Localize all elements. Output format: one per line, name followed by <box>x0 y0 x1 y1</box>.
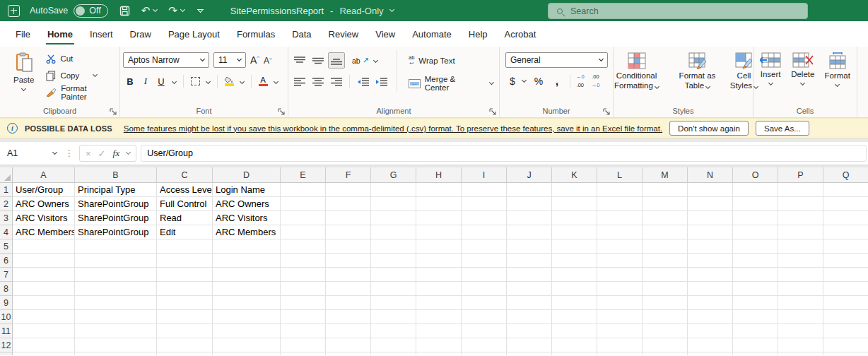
cell-E7[interactable] <box>281 268 326 282</box>
center-button[interactable] <box>310 73 327 90</box>
column-header-K[interactable]: K <box>552 167 597 183</box>
cell-K2[interactable] <box>552 197 597 211</box>
cell-A1[interactable]: User/Group <box>13 183 75 197</box>
cell-Q5[interactable] <box>823 239 868 254</box>
cell-D10[interactable] <box>213 310 281 324</box>
cell-N1[interactable] <box>688 183 733 197</box>
cell-H7[interactable] <box>416 268 462 282</box>
cell-D4[interactable]: ARC Members <box>213 225 281 239</box>
increase-font-size-button[interactable]: A^ <box>250 54 259 66</box>
cell-G11[interactable] <box>371 324 416 338</box>
cell-M9[interactable] <box>643 296 688 310</box>
cell-P12[interactable] <box>778 338 823 352</box>
cell-G4[interactable] <box>371 225 416 239</box>
cell-J13[interactable] <box>507 352 552 355</box>
cell-P10[interactable] <box>778 310 823 324</box>
cell-N7[interactable] <box>688 268 733 282</box>
format-dropdown-icon[interactable] <box>835 82 840 87</box>
cell-M11[interactable] <box>643 324 688 338</box>
cell-K12[interactable] <box>552 338 597 352</box>
cell-N3[interactable] <box>688 211 733 225</box>
row-header-13[interactable]: 13 <box>0 352 13 355</box>
cell-K11[interactable] <box>552 324 597 338</box>
format-painter-button[interactable]: Format Painter <box>43 84 117 101</box>
cell-H4[interactable] <box>416 225 462 239</box>
cell-E12[interactable] <box>281 338 326 352</box>
cell-J4[interactable] <box>507 225 552 239</box>
cell-C12[interactable] <box>157 338 213 352</box>
cell-D7[interactable] <box>213 268 281 282</box>
cell-C2[interactable]: Full Control <box>157 197 213 211</box>
bottom-align-button[interactable] <box>328 52 345 69</box>
cell-I10[interactable] <box>462 310 507 324</box>
cell-Q1[interactable] <box>823 183 868 197</box>
cell-F12[interactable] <box>326 338 371 352</box>
fill-color-button[interactable] <box>222 73 236 89</box>
column-header-N[interactable]: N <box>688 167 733 183</box>
cell-L6[interactable] <box>597 254 643 268</box>
tab-acrobat[interactable]: Acrobat <box>496 21 545 47</box>
cell-N10[interactable] <box>688 310 733 324</box>
cell-F4[interactable] <box>326 225 371 239</box>
cell-F10[interactable] <box>326 310 371 324</box>
format-as-table-button[interactable]: Format as Table <box>672 50 723 93</box>
cell-E8[interactable] <box>281 282 326 296</box>
cell-D5[interactable] <box>213 239 281 254</box>
name-box-dropdown-icon[interactable] <box>52 150 57 155</box>
cell-Q11[interactable] <box>823 324 868 338</box>
cell-Q10[interactable] <box>823 310 868 324</box>
cell-L7[interactable] <box>597 268 643 282</box>
redo-dropdown-icon[interactable] <box>180 7 185 12</box>
bold-button[interactable]: B <box>123 73 137 89</box>
cell-B5[interactable] <box>75 239 157 254</box>
cell-J9[interactable] <box>507 296 552 310</box>
cell-I5[interactable] <box>462 239 507 254</box>
cell-Q6[interactable] <box>823 254 868 268</box>
cell-E5[interactable] <box>281 239 326 254</box>
name-box[interactable]: A1 <box>1 145 62 162</box>
column-header-B[interactable]: B <box>75 167 157 183</box>
cell-F1[interactable] <box>326 183 371 197</box>
conditional-formatting-button[interactable]: Conditional Formatting <box>603 50 671 93</box>
cell-N8[interactable] <box>688 282 733 296</box>
cell-H1[interactable] <box>416 183 462 197</box>
cell-H10[interactable] <box>416 310 462 324</box>
cell-K5[interactable] <box>552 239 597 254</box>
top-align-button[interactable] <box>291 52 308 69</box>
delete-dropdown-icon[interactable] <box>800 81 805 85</box>
undo-dropdown-icon[interactable] <box>153 7 158 12</box>
cell-N12[interactable] <box>688 338 733 352</box>
cell-A4[interactable]: ARC Members <box>13 225 75 239</box>
cell-D9[interactable] <box>213 296 281 310</box>
row-header-2[interactable]: 2 <box>0 197 13 211</box>
cell-A8[interactable] <box>13 282 75 296</box>
cell-I7[interactable] <box>462 268 507 282</box>
cell-B6[interactable] <box>75 254 157 268</box>
column-header-O[interactable]: O <box>733 167 778 183</box>
column-header-J[interactable]: J <box>507 167 552 183</box>
cell-A3[interactable]: ARC Visitors <box>13 211 75 225</box>
copy-button[interactable]: Copy <box>43 67 117 84</box>
cell-O1[interactable] <box>733 183 778 197</box>
tab-view[interactable]: View <box>367 21 404 47</box>
cell-G7[interactable] <box>371 268 416 282</box>
column-header-Q[interactable]: Q <box>823 167 868 183</box>
borders-button[interactable] <box>188 73 202 89</box>
cell-B12[interactable] <box>75 338 157 352</box>
cell-K3[interactable] <box>552 211 597 225</box>
cell-I4[interactable] <box>462 225 507 239</box>
cell-G1[interactable] <box>371 183 416 197</box>
cell-E11[interactable] <box>281 324 326 338</box>
cell-J2[interactable] <box>507 197 552 211</box>
cell-O3[interactable] <box>733 211 778 225</box>
percent-style-button[interactable]: % <box>532 73 546 89</box>
cell-N2[interactable] <box>688 197 733 211</box>
paste-dropdown-icon[interactable] <box>21 86 26 91</box>
cell-O5[interactable] <box>733 239 778 254</box>
cell-I9[interactable] <box>462 296 507 310</box>
cell-G10[interactable] <box>371 310 416 324</box>
cell-M3[interactable] <box>643 211 688 225</box>
cell-K4[interactable] <box>552 225 597 239</box>
cell-Q4[interactable] <box>823 225 868 239</box>
cell-N11[interactable] <box>688 324 733 338</box>
